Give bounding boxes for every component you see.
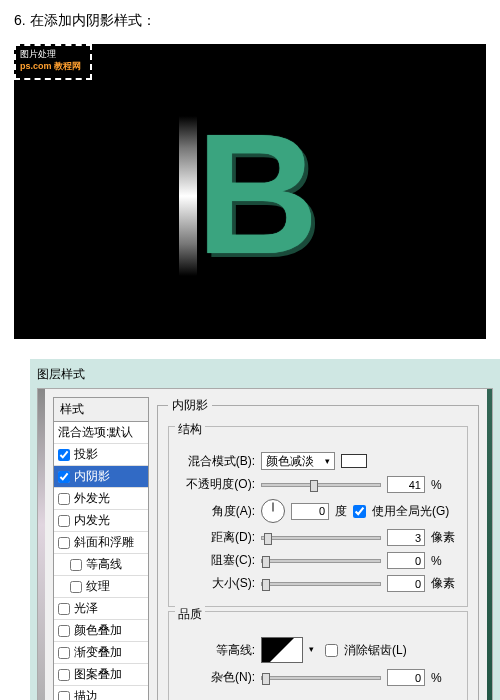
style-label: 图案叠加 <box>74 666 122 683</box>
px-unit: 像素 <box>431 529 459 546</box>
px-unit-2: 像素 <box>431 575 459 592</box>
contour-picker[interactable]: ▾ <box>261 637 303 663</box>
style-row[interactable]: 描边 <box>54 686 148 700</box>
style-checkbox[interactable] <box>58 625 70 637</box>
style-label: 投影 <box>74 446 98 463</box>
distance-input[interactable] <box>387 529 425 546</box>
global-light-checkbox[interactable] <box>353 505 366 518</box>
styles-panel: 样式 混合选项:默认投影内阴影外发光内发光斜面和浮雕等高线纹理光泽颜色叠加渐变叠… <box>53 397 149 700</box>
style-checkbox[interactable] <box>70 581 82 593</box>
opacity-label: 不透明度(O): <box>177 476 255 493</box>
inner-shadow-fieldset: 内阴影 结构 混合模式(B): 颜色减淡 ▾ 不透明度(O) <box>157 397 479 700</box>
style-row[interactable]: 纹理 <box>54 576 148 598</box>
distance-slider[interactable] <box>261 536 381 540</box>
opacity-input[interactable] <box>387 476 425 493</box>
style-label: 颜色叠加 <box>74 622 122 639</box>
layer-style-dialog: 样式 混合选项:默认投影内阴影外发光内发光斜面和浮雕等高线纹理光泽颜色叠加渐变叠… <box>37 388 493 700</box>
angle-label: 角度(A): <box>177 503 255 520</box>
preview-image: 图片处理 ps.com 教程网 B <box>14 44 486 339</box>
watermark-line-2: ps.com 教程网 <box>20 61 86 73</box>
choke-slider[interactable] <box>261 559 381 563</box>
style-label: 描边 <box>74 688 98 700</box>
style-row[interactable]: 光泽 <box>54 598 148 620</box>
style-checkbox[interactable] <box>58 537 70 549</box>
noise-slider[interactable] <box>261 676 381 680</box>
style-row[interactable]: 投影 <box>54 444 148 466</box>
style-row[interactable]: 渐变叠加 <box>54 642 148 664</box>
style-row[interactable]: 等高线 <box>54 554 148 576</box>
style-row[interactable]: 内阴影 <box>54 466 148 488</box>
style-checkbox[interactable] <box>58 603 70 615</box>
style-label: 外发光 <box>74 490 110 507</box>
style-checkbox[interactable] <box>58 471 70 483</box>
distance-label: 距离(D): <box>177 529 255 546</box>
styles-list: 混合选项:默认投影内阴影外发光内发光斜面和浮雕等高线纹理光泽颜色叠加渐变叠加图案… <box>54 422 148 700</box>
style-checkbox[interactable] <box>58 515 70 527</box>
color-swatch[interactable] <box>341 454 367 468</box>
chevron-down-icon: ▾ <box>309 644 314 654</box>
layer-style-dialog-chrome: 图层样式 样式 混合选项:默认投影内阴影外发光内发光斜面和浮雕等高线纹理光泽颜色… <box>30 359 500 700</box>
style-label: 混合选项:默认 <box>58 424 133 441</box>
blend-mode-select[interactable]: 颜色减淡 ▾ <box>261 452 335 470</box>
angle-input[interactable] <box>291 503 329 520</box>
style-label: 斜面和浮雕 <box>74 534 134 551</box>
styles-panel-header: 样式 <box>54 398 148 422</box>
style-label: 等高线 <box>86 556 122 573</box>
dialog-bg-right <box>487 389 492 700</box>
dialog-bg-left <box>38 389 45 700</box>
inner-shadow-panel: 内阴影 结构 混合模式(B): 颜色减淡 ▾ 不透明度(O) <box>157 397 479 700</box>
antialias-checkbox[interactable] <box>325 644 338 657</box>
quality-title: 品质 <box>175 606 205 623</box>
structure-title: 结构 <box>175 421 205 438</box>
watermark: 图片处理 ps.com 教程网 <box>14 44 92 80</box>
style-checkbox[interactable] <box>58 449 70 461</box>
style-label: 纹理 <box>86 578 110 595</box>
style-row[interactable]: 颜色叠加 <box>54 620 148 642</box>
chevron-down-icon: ▾ <box>325 456 330 466</box>
noise-label: 杂色(N): <box>177 669 255 686</box>
style-row[interactable]: 内发光 <box>54 510 148 532</box>
choke-input[interactable] <box>387 552 425 569</box>
style-checkbox[interactable] <box>58 691 70 701</box>
contour-label: 等高线: <box>177 642 255 659</box>
antialias-label: 消除锯齿(L) <box>344 642 407 659</box>
noise-input[interactable] <box>387 669 425 686</box>
style-row[interactable]: 斜面和浮雕 <box>54 532 148 554</box>
choke-label: 阻塞(C): <box>177 552 255 569</box>
percent-unit-2: % <box>431 554 459 568</box>
style-row[interactable]: 图案叠加 <box>54 664 148 686</box>
size-input[interactable] <box>387 575 425 592</box>
angle-dial[interactable] <box>261 499 285 523</box>
gradient-bar <box>179 116 197 276</box>
style-checkbox[interactable] <box>58 669 70 681</box>
style-checkbox[interactable] <box>58 647 70 659</box>
style-label: 内阴影 <box>74 468 110 485</box>
style-row[interactable]: 外发光 <box>54 488 148 510</box>
style-checkbox[interactable] <box>58 493 70 505</box>
blend-mode-label: 混合模式(B): <box>177 453 255 470</box>
style-label: 渐变叠加 <box>74 644 122 661</box>
quality-group: 品质 等高线: ▾ 消除锯齿(L) 杂色(N): % <box>168 611 468 700</box>
style-checkbox[interactable] <box>70 559 82 571</box>
watermark-line-1: 图片处理 <box>20 49 86 61</box>
angle-unit: 度 <box>335 503 347 520</box>
structure-group: 结构 混合模式(B): 颜色减淡 ▾ 不透明度(O): <box>168 426 468 607</box>
dialog-title: 图层样式 <box>37 366 493 388</box>
step-title: 6. 在添加内阴影样式： <box>14 12 486 30</box>
percent-unit-3: % <box>431 671 459 685</box>
style-label: 内发光 <box>74 512 110 529</box>
style-label: 光泽 <box>74 600 98 617</box>
blend-mode-value: 颜色减淡 <box>266 453 314 470</box>
size-slider[interactable] <box>261 582 381 586</box>
opacity-slider[interactable] <box>261 483 381 487</box>
panel-title: 内阴影 <box>168 397 212 414</box>
size-label: 大小(S): <box>177 575 255 592</box>
percent-unit: % <box>431 478 459 492</box>
global-light-label: 使用全局光(G) <box>372 503 449 520</box>
letter-b: B <box>196 109 319 279</box>
style-row[interactable]: 混合选项:默认 <box>54 422 148 444</box>
